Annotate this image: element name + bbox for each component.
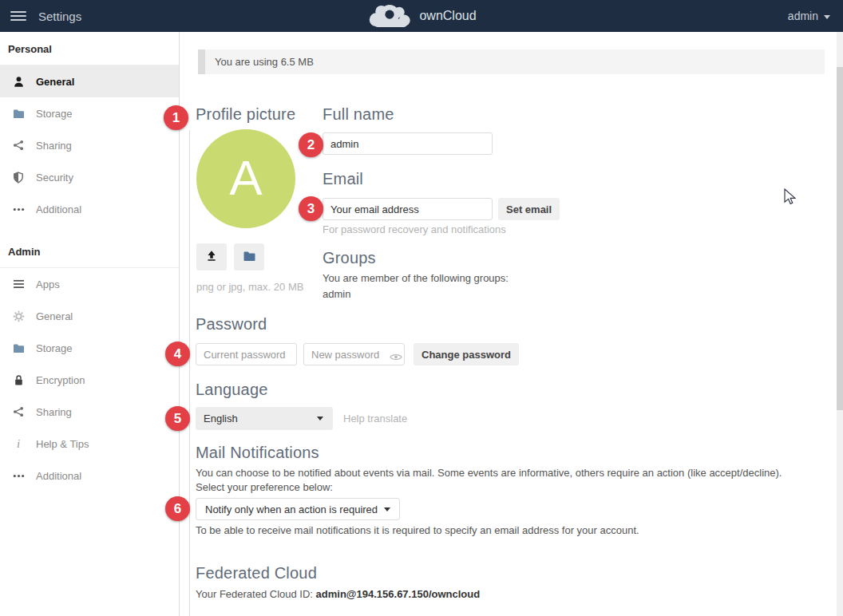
- sidebar-item-label: General: [36, 310, 73, 322]
- email-input[interactable]: [323, 198, 493, 220]
- sidebar-item-general-admin[interactable]: General: [0, 300, 179, 332]
- groups-value: admin: [323, 287, 350, 302]
- sidebar-item-label: Sharing: [36, 140, 72, 152]
- federated-cloud-id-line: Your Federated Cloud ID: admin@194.156.6…: [196, 587, 480, 602]
- gear-icon: [12, 310, 25, 322]
- sidebar-item-sharing-personal[interactable]: Sharing: [0, 129, 179, 161]
- chevron-down-icon: [824, 15, 830, 19]
- ellipsis-icon: [12, 469, 25, 482]
- annotation-badge-2: 2: [299, 132, 323, 157]
- folder-icon: [243, 251, 256, 264]
- show-password-icon[interactable]: [390, 350, 402, 359]
- quota-fill: [198, 49, 205, 74]
- app-menu-icon[interactable]: [10, 11, 26, 21]
- settings-sidebar: Personal General Storage Sharing: [0, 32, 180, 616]
- shield-icon: [12, 171, 25, 184]
- avatar: A: [196, 129, 295, 228]
- annotation-badge-3: 3: [299, 196, 323, 221]
- password-heading: Password: [196, 315, 267, 334]
- sidebar-item-storage-admin[interactable]: Storage: [0, 332, 179, 364]
- language-select[interactable]: English: [196, 407, 333, 430]
- top-bar: Settings ownCloud admin: [0, 0, 843, 32]
- sidebar-item-label: Security: [36, 172, 73, 184]
- mail-notifications-description: You can choose to be notified about even…: [196, 466, 793, 495]
- current-password-input[interactable]: [196, 343, 297, 365]
- groups-text: You are member of the following groups:: [323, 271, 509, 286]
- share-icon: [12, 139, 25, 152]
- mail-notifications-note: To be able to receive mail notifications…: [196, 523, 802, 538]
- chevron-down-icon: [317, 417, 323, 421]
- info-icon: i: [12, 437, 25, 450]
- upload-avatar-button[interactable]: [196, 243, 227, 270]
- chevron-down-icon: [384, 507, 390, 511]
- email-heading: Email: [323, 170, 363, 188]
- sidebar-item-additional-personal[interactable]: Additional: [0, 193, 179, 225]
- sidebar-item-security-personal[interactable]: Security: [0, 161, 179, 193]
- groups-heading: Groups: [323, 249, 376, 267]
- mail-notification-selected-value: Notify only when an action is required: [205, 503, 378, 515]
- share-icon: [12, 405, 25, 418]
- sidebar-item-label: General: [36, 76, 74, 88]
- email-hint: For password recovery and notifications: [323, 223, 506, 235]
- user-icon: [12, 75, 25, 88]
- sidebar-item-apps[interactable]: Apps: [0, 268, 179, 300]
- sidebar-section-admin: Admin: [0, 235, 179, 268]
- help-translate-link[interactable]: Help translate: [343, 413, 407, 424]
- sidebar-section-personal: Personal: [0, 32, 179, 65]
- sidebar-item-label: Encryption: [36, 374, 85, 386]
- select-from-files-button[interactable]: [234, 243, 264, 270]
- annotation-badge-6: 6: [165, 496, 190, 521]
- sidebar-item-label: Help & Tips: [36, 438, 89, 450]
- federated-cloud-id-value: admin@194.156.67.150/owncloud: [316, 588, 481, 600]
- avatar-letter: A: [229, 149, 262, 206]
- sidebar-item-label: Storage: [36, 108, 73, 120]
- quota-bar: You are using 6.5 MB: [198, 49, 825, 74]
- app-name: ownCloud: [419, 9, 476, 23]
- federated-cloud-heading: Federated Cloud: [196, 564, 317, 582]
- profile-picture-heading: Profile picture: [196, 105, 295, 124]
- annotation-badge-5: 5: [165, 406, 190, 431]
- ellipsis-icon: [12, 203, 25, 215]
- language-heading: Language: [196, 381, 268, 399]
- full-name-heading: Full name: [323, 105, 394, 124]
- mail-notifications-heading: Mail Notifications: [196, 444, 319, 462]
- scrollbar[interactable]: [837, 32, 843, 616]
- logo: ownCloud: [0, 0, 843, 32]
- scrollbar-thumb[interactable]: [837, 67, 843, 410]
- sidebar-item-additional-admin[interactable]: Additional: [0, 460, 179, 492]
- sidebar-item-help-tips[interactable]: i Help & Tips: [0, 428, 179, 460]
- owncloud-settings-page: Settings ownCloud admin Personal: [0, 0, 843, 616]
- annotation-connector-line: [189, 130, 190, 616]
- sidebar-item-general-personal[interactable]: General: [0, 65, 179, 97]
- sidebar-item-label: Apps: [36, 278, 60, 290]
- owncloud-cloud-icon: [366, 2, 413, 30]
- upload-hint: png or jpg, max. 20 MB: [196, 281, 303, 293]
- set-email-button[interactable]: Set email: [498, 198, 560, 220]
- page-title: Settings: [38, 10, 81, 23]
- mail-notification-select[interactable]: Notify only when an action is required: [196, 498, 400, 520]
- language-selected-value: English: [204, 413, 317, 424]
- upload-icon: [205, 250, 218, 264]
- folder-icon: [12, 342, 25, 354]
- annotation-badge-1: 1: [164, 105, 188, 130]
- settings-content: You are using 6.5 MB Profile picture A p…: [180, 32, 843, 616]
- sidebar-item-storage-personal[interactable]: Storage: [0, 97, 179, 129]
- change-password-button[interactable]: Change password: [414, 343, 519, 365]
- quota-text: You are using 6.5 MB: [215, 56, 314, 68]
- user-menu-label: admin: [788, 10, 818, 22]
- folder-icon: [12, 107, 25, 120]
- sidebar-item-sharing-admin[interactable]: Sharing: [0, 396, 179, 428]
- sidebar-item-label: Storage: [36, 342, 73, 354]
- annotation-badge-4: 4: [165, 342, 190, 366]
- user-menu[interactable]: admin: [788, 0, 830, 32]
- federated-cloud-id-label: Your Federated Cloud ID:: [196, 588, 316, 600]
- lock-icon: [12, 373, 25, 386]
- sidebar-item-label: Additional: [36, 470, 81, 482]
- sidebar-item-encryption[interactable]: Encryption: [0, 364, 179, 396]
- sidebar-item-label: Additional: [36, 203, 81, 215]
- apps-icon: [12, 278, 25, 290]
- sidebar-item-label: Sharing: [36, 406, 72, 418]
- full-name-input[interactable]: [323, 132, 493, 155]
